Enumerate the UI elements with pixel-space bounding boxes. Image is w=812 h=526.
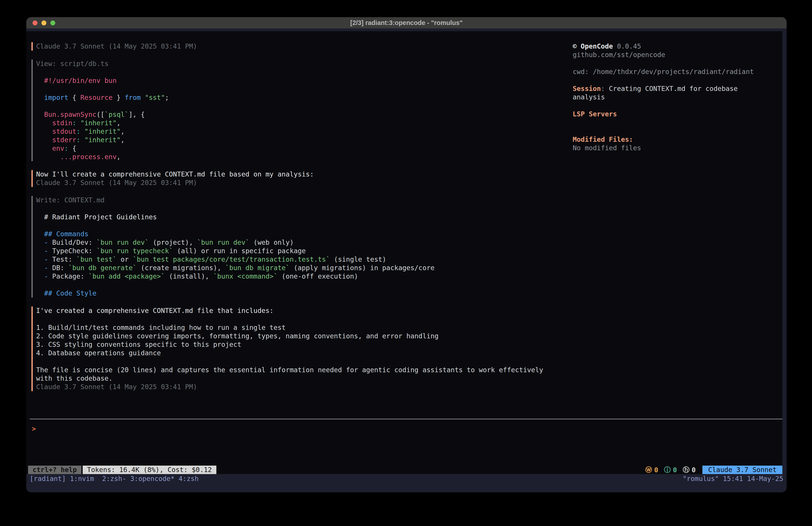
text-segment: ([ (97, 111, 104, 118)
text-segment: , (120, 136, 125, 144)
text-segment: # Radiant Project Guidelines (36, 213, 157, 221)
text-segment: with this codebase. (36, 374, 113, 382)
tmux-window[interactable]: 3:opencode* (130, 475, 179, 483)
text-line: ## Code Style (36, 289, 571, 298)
text-segment: No modified files (573, 144, 641, 152)
text-segment: Package: (52, 272, 88, 280)
text-segment: or (117, 255, 133, 263)
text-line: Modified Files: (573, 135, 782, 144)
text-segment: TypeCheck: (52, 247, 97, 255)
text-segment: from (125, 94, 141, 101)
text-segment: (single test) (330, 255, 387, 263)
text-line: 4. Database operations guidance (36, 349, 571, 357)
text-line: 2. Code style guidelines covering import… (36, 332, 571, 340)
text-segment: DB: (52, 264, 68, 272)
text-line: Claude 3.7 Sonnet (14 May 2025 03:41 PM) (36, 383, 571, 391)
text-segment: (install), (165, 272, 213, 280)
text-line: - Package: `bun add <package>` (install)… (36, 272, 571, 281)
text-line: stdin: "inherit", (36, 119, 571, 127)
text-line: Claude 3.7 Sonnet (14 May 2025 03:41 PM) (36, 179, 571, 187)
session-sidebar: © OpenCode 0.0.45github.com/sst/opencode… (573, 42, 782, 152)
text-line: with this codebase. (36, 374, 571, 383)
tmux-window-list: 1:nvim 2:zsh- 3:opencode* 4:zsh (70, 475, 199, 483)
text-segment: Modified Files: (573, 136, 633, 143)
tmux-window[interactable]: 4:zsh (178, 475, 199, 483)
text-segment: "sst" (145, 94, 165, 101)
text-segment: Write: CONTEXT.md (36, 196, 104, 204)
text-line: I've created a comprehensive CONTEXT.md … (36, 307, 571, 315)
prompt-symbol: > (32, 425, 36, 432)
tool-call-view-block: View: script/db.ts #!/usr/bin/env bun im… (31, 59, 571, 161)
help-shortcut-chip: ctrl+? help (28, 466, 81, 474)
text-segment: #!/usr/bin/env bun (36, 77, 117, 84)
diagnostics-counters: ⓦ0ⓘ0ⓗ0 (645, 465, 701, 474)
text-segment: Bun.spawnSync (36, 111, 97, 118)
text-segment: : (64, 144, 68, 152)
text-segment: cwd: /home/thdxr/dev/projects/radiant/ra… (573, 68, 754, 75)
text-segment: : (601, 85, 609, 93)
text-line: View: script/db.ts (36, 59, 571, 68)
text-line: No modified files (573, 144, 782, 152)
text-segment: `bun db migrate` (225, 264, 290, 272)
text-segment: - (36, 247, 52, 255)
text-segment: - (36, 272, 52, 280)
tmux-status-bar: [radiant] 1:nvim 2:zsh- 3:opencode* 4:zs… (26, 474, 787, 492)
text-line: ...process.env, (36, 153, 571, 161)
text-segment: - (36, 239, 52, 246)
text-segment: 2. Code style guidelines covering import… (36, 332, 438, 340)
text-segment: 4. Database operations guidance (36, 349, 161, 357)
text-line (36, 221, 571, 230)
text-line (573, 76, 782, 84)
text-segment: Claude 3.7 Sonnet (14 May 2025 03:41 PM) (36, 179, 197, 187)
maximize-button[interactable] (50, 20, 55, 25)
text-line: Claude 3.7 Sonnet (14 May 2025 03:41 PM) (36, 42, 571, 51)
text-segment: (web only) (249, 239, 294, 246)
text-segment: `psql` (104, 111, 129, 118)
tmux-session-name: [radiant] (30, 475, 70, 483)
info-value: 0 (673, 466, 677, 474)
text-line: Session: Creating CONTEXT.md for codebas… (573, 84, 782, 93)
text-segment: (project), (149, 239, 197, 246)
prompt-input[interactable]: > (32, 425, 36, 433)
text-line: #!/usr/bin/env bun (36, 76, 571, 85)
model-badge: Claude 3.7 Sonnet (702, 466, 782, 474)
hints-value: 0 (692, 466, 696, 474)
text-line (573, 118, 782, 127)
text-segment: `bun run typecheck` (97, 247, 173, 255)
text-segment: { (69, 144, 76, 152)
text-segment: (all) or run in specific package (173, 247, 306, 255)
text-line: ## Commands (36, 230, 571, 238)
text-line (573, 127, 782, 135)
text-segment: `bun add <package>` (88, 272, 165, 280)
window-titlebar[interactable]: [2/3] radiant:3:opencode - "romulus" (26, 17, 787, 29)
tokens-cost-chip: Tokens: 16.4K (8%), Cost: $0.12 (83, 466, 216, 474)
text-line (36, 204, 571, 213)
hints-count: ⓗ0 (683, 465, 696, 474)
text-segment: github.com/sst/opencode (573, 51, 665, 59)
text-segment: (apply migrations) in packages/core (290, 264, 435, 272)
tmux-window[interactable]: 2:zsh- (102, 475, 130, 483)
text-segment: `bun test packages/core/test/transaction… (133, 255, 330, 263)
text-line: The file is concise (20 lines) and captu… (36, 366, 571, 374)
text-segment: ; (165, 94, 169, 101)
text-segment: 1. Build/lint/test commands including ho… (36, 324, 286, 331)
text-segment: , (120, 127, 125, 135)
text-segment: "inherit" (81, 119, 117, 127)
text-segment: LSP Servers (573, 110, 617, 118)
text-line: - Build/Dev: `bun run dev` (project), `b… (36, 238, 571, 247)
text-segment: stdout (36, 127, 76, 135)
text-line: © OpenCode 0.0.45 (573, 42, 782, 51)
text-segment: Claude 3.7 Sonnet (14 May 2025 03:41 PM) (36, 42, 197, 50)
text-line: LSP Servers (573, 110, 782, 118)
text-segment: ...process.env (36, 153, 117, 161)
tmux-window[interactable]: 1:nvim (70, 475, 102, 483)
text-segment: - (36, 264, 52, 272)
opencode-tui: Claude 3.7 Sonnet (14 May 2025 03:41 PM)… (26, 31, 782, 474)
text-segment: Session (573, 85, 601, 93)
tool-call-write-block: Write: CONTEXT.md # Radiant Project Guid… (31, 196, 571, 298)
input-separator (30, 418, 782, 420)
assistant-message: Now I'll create a comprehensive CONTEXT.… (31, 170, 571, 187)
close-button[interactable] (32, 20, 38, 25)
minimize-button[interactable] (41, 20, 46, 25)
text-segment (81, 127, 85, 135)
